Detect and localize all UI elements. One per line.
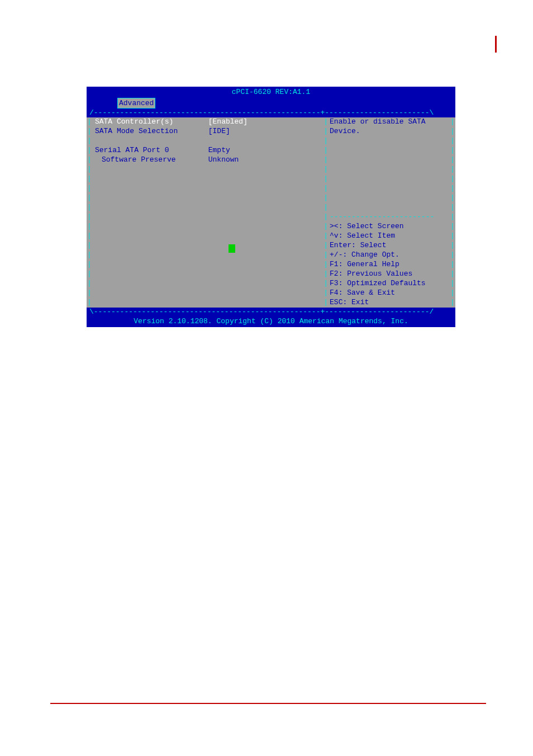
border-pipe: | xyxy=(450,222,455,231)
empty-row xyxy=(92,212,323,222)
border-pipe: | xyxy=(450,251,455,260)
nav-f3: F3: Optimized Defaults xyxy=(329,279,450,289)
border-pipe: | xyxy=(87,155,92,165)
setting-row-software-preserve[interactable]: Software Preserve Unknown xyxy=(92,155,323,165)
border-pipe: | xyxy=(450,155,455,165)
border-top: /---------------------------------------… xyxy=(87,108,455,117)
border-pipe: | xyxy=(323,222,329,231)
border-pipe: | xyxy=(323,241,329,251)
border-pipe: | xyxy=(323,193,329,203)
nav-f1: F1: General Help xyxy=(329,260,450,270)
setting-value: [IDE] xyxy=(208,127,230,136)
border-pipe: | xyxy=(87,193,92,203)
setting-row-sata-port0[interactable]: Serial ATA Port 0 Empty xyxy=(92,146,323,155)
cursor-block xyxy=(229,244,235,253)
border-pipe: | xyxy=(87,279,92,289)
border-pipe: | xyxy=(323,270,329,279)
empty-row xyxy=(92,298,323,308)
help-text-line: Enable or disable SATA xyxy=(329,117,450,127)
help-separator: ------------------------ xyxy=(329,212,450,222)
border-pipe: | xyxy=(323,184,329,193)
border-pipe: | xyxy=(87,241,92,251)
setting-label: SATA Controller(s) xyxy=(95,117,204,126)
setting-value: [Enabled] xyxy=(208,117,248,126)
empty-row xyxy=(92,222,323,231)
border-pipe: | xyxy=(323,203,329,212)
setting-label: Software Preserve xyxy=(95,155,204,164)
border-pipe: | xyxy=(87,203,92,212)
setting-label: SATA Mode Selection xyxy=(95,127,204,136)
border-pipe: | xyxy=(323,136,329,146)
empty-row xyxy=(92,241,323,251)
help-text-line: Device. xyxy=(329,127,450,136)
bios-title: cPCI-6620 REV:A1.1 xyxy=(87,87,455,98)
empty-row xyxy=(92,165,323,174)
border-pipe: | xyxy=(87,146,92,155)
empty-row xyxy=(92,203,323,212)
border-pipe: | xyxy=(323,117,329,127)
border-pipe: | xyxy=(323,231,329,241)
border-pipe: | xyxy=(323,174,329,184)
empty-help xyxy=(329,193,450,203)
page-divider xyxy=(50,703,486,704)
nav-select-item: ^v: Select Item xyxy=(329,231,450,241)
border-pipe: | xyxy=(87,184,92,193)
nav-select-screen: ><: Select Screen xyxy=(329,222,450,231)
border-pipe: | xyxy=(323,165,329,174)
border-pipe: | xyxy=(87,289,92,298)
empty-help xyxy=(329,174,450,184)
border-pipe: | xyxy=(323,298,329,308)
empty-row xyxy=(92,231,323,241)
nav-f4: F4: Save & Exit xyxy=(329,289,450,298)
border-pipe: | xyxy=(323,212,329,222)
border-pipe: | xyxy=(450,117,455,127)
setting-row-sata-controller[interactable]: SATA Controller(s) [Enabled] xyxy=(92,117,323,127)
nav-enter: Enter: Select xyxy=(329,241,450,251)
empty-row xyxy=(92,136,323,146)
tab-bar: Advanced xyxy=(87,98,455,109)
bios-content: | SATA Controller(s) [Enabled] | Enable … xyxy=(87,117,455,308)
border-pipe: | xyxy=(450,270,455,279)
empty-row xyxy=(92,184,323,193)
empty-row xyxy=(92,251,323,260)
nav-esc: ESC: Exit xyxy=(329,298,450,308)
empty-row xyxy=(92,193,323,203)
border-pipe: | xyxy=(450,298,455,308)
border-pipe: | xyxy=(87,251,92,260)
empty-help xyxy=(329,165,450,174)
empty-help xyxy=(329,155,450,165)
border-pipe: | xyxy=(87,136,92,146)
tab-advanced[interactable]: Advanced xyxy=(117,98,155,109)
border-pipe: | xyxy=(87,231,92,241)
border-pipe: | xyxy=(450,212,455,222)
border-bottom: \---------------------------------------… xyxy=(87,308,455,316)
border-pipe: | xyxy=(450,165,455,174)
bios-footer: Version 2.10.1208. Copyright (C) 2010 Am… xyxy=(87,316,455,327)
empty-help xyxy=(329,184,450,193)
border-pipe: | xyxy=(323,155,329,165)
border-pipe: | xyxy=(87,174,92,184)
setting-label: Serial ATA Port 0 xyxy=(95,146,204,155)
border-pipe: | xyxy=(87,117,92,127)
border-pipe: | xyxy=(323,127,329,136)
empty-help xyxy=(329,203,450,212)
border-pipe: | xyxy=(450,231,455,241)
border-pipe: | xyxy=(87,212,92,222)
border-pipe: | xyxy=(450,184,455,193)
setting-row-sata-mode[interactable]: SATA Mode Selection [IDE] xyxy=(92,127,323,136)
empty-row xyxy=(92,260,323,270)
border-pipe: | xyxy=(450,241,455,251)
border-pipe: | xyxy=(87,298,92,308)
border-pipe: | xyxy=(323,289,329,298)
border-pipe: | xyxy=(87,260,92,270)
border-pipe: | xyxy=(450,260,455,270)
border-pipe: | xyxy=(450,136,455,146)
border-pipe: | xyxy=(450,203,455,212)
setting-value: Empty xyxy=(208,146,230,155)
border-pipe: | xyxy=(87,270,92,279)
border-pipe: | xyxy=(450,279,455,289)
border-pipe: | xyxy=(323,251,329,260)
setting-value: Unknown xyxy=(208,155,239,164)
nav-change-opt: +/-: Change Opt. xyxy=(329,251,450,260)
border-pipe: | xyxy=(450,193,455,203)
